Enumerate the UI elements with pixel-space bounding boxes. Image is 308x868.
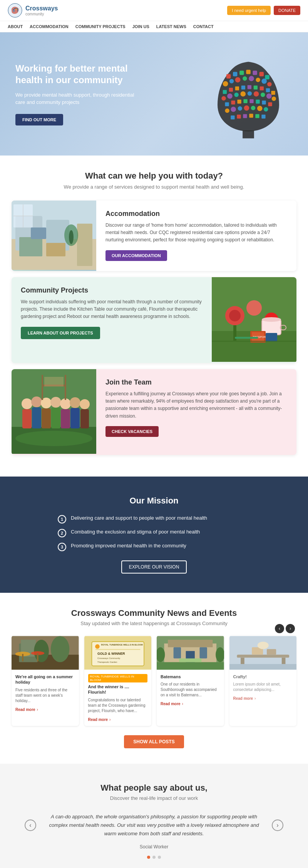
svg-rect-117: [37, 653, 38, 661]
svg-rect-41: [256, 100, 259, 104]
svg-rect-53: [243, 114, 247, 118]
svg-point-107: [15, 431, 92, 446]
svg-rect-51: [231, 115, 234, 119]
svg-point-75: [246, 300, 262, 316]
news-card-2: ROYAL TUNBRIDGE WELLS IN BLOOM GOLD & WI…: [84, 636, 152, 726]
dot-3[interactable]: [158, 856, 161, 859]
svg-rect-21: [241, 85, 245, 89]
svg-point-10: [223, 81, 228, 87]
svg-rect-92: [32, 407, 41, 428]
svg-point-49: [257, 106, 263, 111]
svg-point-101: [80, 399, 90, 409]
hero-cta-button[interactable]: FIND OUT MORE: [15, 114, 63, 125]
mission-section: Our Mission 1 Delivering care and suppor…: [0, 477, 308, 593]
mission-heading: Our Mission: [12, 496, 296, 506]
news-desc-2: Congratulations to our talented team at …: [88, 697, 148, 714]
svg-rect-130: [199, 647, 207, 658]
prev-news-button[interactable]: ‹: [275, 624, 284, 633]
svg-rect-56: [261, 115, 265, 119]
svg-point-91: [31, 396, 42, 407]
testimonials-section: What people say about us, Discover the r…: [0, 764, 308, 868]
testimonial-author: Social Worker: [15, 844, 293, 850]
testimonial-next-button[interactable]: ›: [272, 819, 283, 831]
svg-point-32: [254, 91, 259, 97]
svg-point-48: [251, 106, 255, 110]
svg-point-112: [34, 640, 49, 662]
news-card-3-body: Batemans One of our residents in Southbo…: [157, 670, 224, 710]
svg-rect-18: [223, 90, 227, 94]
svg-rect-54: [249, 114, 253, 117]
news-arrow-4: ›: [254, 696, 256, 701]
dot-2[interactable]: [152, 856, 156, 859]
nav-accommodation[interactable]: ACCOMMODATION: [30, 24, 69, 29]
svg-rect-4: [233, 72, 237, 76]
svg-point-14: [249, 76, 254, 81]
accommodation-content: Accommodation Discover our range of 'hom…: [96, 201, 296, 271]
community-btn[interactable]: LEARN ABOUT OUR PROJECTS: [21, 327, 100, 339]
accommodation-image: [12, 201, 96, 271]
community-desc: We support individuals suffering with po…: [21, 298, 203, 321]
svg-rect-37: [231, 100, 235, 104]
mission-item-2: 2 Combating the exclusion and stigma of …: [58, 529, 250, 537]
svg-point-113: [51, 636, 69, 662]
svg-point-95: [50, 397, 61, 408]
svg-rect-42: [262, 100, 266, 104]
donate-button[interactable]: DONATE: [274, 6, 300, 15]
svg-text:Therapeutic Garden: Therapeutic Garden: [97, 661, 117, 663]
news-link-4[interactable]: Read more: [233, 696, 253, 701]
svg-rect-7: [253, 70, 257, 75]
urgent-button[interactable]: I need urgent help: [227, 6, 271, 15]
news-grid: ‹ › We: [12, 636, 296, 726]
svg-rect-96: [51, 408, 60, 428]
svg-point-33: [261, 93, 265, 97]
svg-point-28: [227, 94, 233, 99]
news-link-3[interactable]: Read more: [161, 702, 181, 706]
nav-news[interactable]: LATEST NEWS: [156, 24, 186, 29]
svg-rect-94: [42, 408, 51, 428]
svg-rect-38: [237, 100, 241, 104]
svg-rect-19: [229, 88, 233, 92]
next-news-button[interactable]: ›: [286, 624, 295, 633]
nav-join[interactable]: JOIN US: [132, 24, 149, 29]
news-heading: Crossways Community News and Events: [12, 608, 296, 618]
dot-1[interactable]: [147, 856, 150, 859]
jointeam-title: Join the Team: [105, 378, 287, 386]
news-section: Crossways Community News and Events Stay…: [0, 593, 308, 764]
explore-vision-button[interactable]: EXPLORE OUR VISION: [121, 560, 187, 574]
svg-point-16: [261, 79, 267, 84]
accommodation-btn[interactable]: OUR ACCOMMODATION: [105, 250, 167, 261]
svg-rect-5: [239, 70, 244, 75]
svg-rect-3: [226, 74, 231, 79]
news-title-4: Crafty!: [233, 674, 293, 679]
testimonials-heading: What people say about us,: [15, 783, 293, 793]
svg-point-13: [243, 76, 247, 80]
mission-list: 1 Delivering care and support to people …: [58, 515, 250, 551]
news-desc-4: Lorem ipsum dolor sit amet, consectetur …: [233, 682, 293, 692]
services-subtitle: We provide a range of services designed …: [12, 184, 296, 190]
mission-item-3: 3 Promoting improved mental health in th…: [58, 543, 250, 551]
nav-about[interactable]: ABOUT: [8, 24, 23, 29]
mission-item-1: 1 Delivering care and support to people …: [58, 515, 250, 523]
show-all-posts-button[interactable]: SHOW ALL POSTS: [124, 735, 184, 748]
svg-point-15: [256, 78, 260, 82]
svg-rect-86: [212, 341, 296, 342]
svg-point-120: [95, 644, 100, 649]
news-title-3: Batemans: [161, 674, 220, 679]
news-link-2[interactable]: Read more: [88, 717, 108, 722]
svg-rect-57: [243, 130, 254, 139]
svg-point-67: [69, 230, 74, 244]
jointeam-btn[interactable]: CHECK VACANCIES: [105, 426, 159, 437]
svg-rect-116: [22, 654, 23, 661]
svg-rect-100: [70, 408, 80, 428]
news-link-1[interactable]: Read more: [15, 707, 35, 712]
svg-rect-52: [237, 115, 241, 119]
nav-community[interactable]: COMMUNITY PROJECTS: [75, 24, 126, 29]
news-desc-1: Five residents and three of the staff te…: [15, 687, 75, 704]
nav-contact[interactable]: CONTACT: [193, 24, 214, 29]
mission-num-1: 1: [58, 515, 66, 523]
testimonial-prev-button[interactable]: ‹: [25, 819, 36, 831]
svg-rect-63: [46, 243, 65, 256]
svg-rect-122: [95, 649, 140, 650]
svg-rect-134: [157, 662, 224, 669]
logo[interactable]: Crossways community: [8, 3, 58, 18]
